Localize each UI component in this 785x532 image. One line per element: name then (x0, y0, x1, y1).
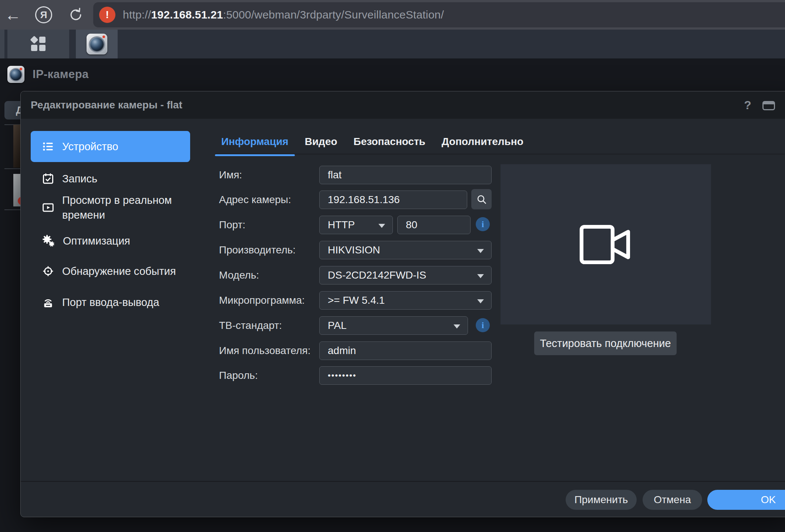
tv-standard-label: ТВ-стандарт: (219, 316, 282, 335)
ok-button[interactable]: OK (707, 490, 785, 510)
name-label: Имя: (219, 166, 242, 184)
camera-address-field[interactable] (319, 191, 467, 209)
tab-security[interactable]: Безопасность (347, 134, 432, 154)
page-header: IP-камера (7, 66, 88, 83)
security-warning-icon[interactable]: ! (99, 7, 115, 23)
port-field[interactable] (397, 216, 471, 234)
chevron-down-icon (378, 224, 385, 228)
address-label: Адрес камеры: (219, 191, 291, 209)
firmware-label: Микропрограмма: (219, 291, 305, 310)
firmware-select[interactable]: >= FW 5.4.1 (319, 291, 492, 310)
protocol-select[interactable]: HTTP (319, 216, 393, 234)
tab-video[interactable]: Видео (299, 134, 344, 154)
tv-standard-select[interactable]: PAL (319, 316, 468, 335)
dialog-header: Редактирование камеры - flat ? (21, 91, 785, 119)
dialog-title: Редактирование камеры - flat (31, 91, 182, 119)
dialog-body: Устройство Запись Просмотр в реальном вр… (21, 119, 785, 481)
sidebar-item-label: Порт ввода-вывода (62, 296, 159, 309)
search-button[interactable] (471, 189, 492, 209)
back-icon[interactable]: ← (3, 0, 23, 30)
apply-button[interactable]: Применить (566, 490, 637, 510)
port-label: Порт: (219, 216, 245, 234)
username-field[interactable] (319, 341, 492, 360)
dialog-main-pane: Информация Видео Безопасность Дополнител… (198, 119, 785, 481)
cancel-button[interactable]: Отмена (643, 490, 702, 510)
model-select[interactable]: DS-2CD2142FWD-IS (319, 266, 492, 284)
url-bar[interactable]: ! http://192.168.51.21:5000/webman/3rdpa… (93, 2, 785, 27)
model-label: Модель: (219, 266, 259, 284)
name-field[interactable] (319, 166, 492, 184)
username-label: Имя пользователя: (219, 341, 310, 360)
sidebar-item-live-view[interactable]: Просмотр в реальном времени (21, 193, 198, 222)
vendor-select[interactable]: HIKVISION (319, 241, 492, 259)
target-icon (42, 265, 54, 277)
taskbar-tab-partial[interactable] (0, 30, 4, 58)
search-icon (476, 193, 488, 205)
main-menu-icon (31, 37, 46, 51)
chevron-down-icon (477, 274, 484, 278)
protocol-value: HTTP (328, 219, 355, 230)
yandex-letter: Я (35, 6, 52, 23)
sidebar-item-io-port[interactable]: Порт ввода-вывода (21, 294, 198, 310)
sidebar-item-recording[interactable]: Запись (21, 171, 198, 187)
sidebar-item-label: Устройство (62, 141, 118, 153)
url-text: http://192.168.51.21:5000/webman/3rdpart… (123, 9, 444, 21)
edit-camera-dialog: Редактирование камеры - flat ? Устройств… (20, 91, 785, 517)
tv-standard-value: PAL (328, 320, 347, 331)
camera-app-icon (87, 34, 107, 54)
sidebar-item-label: Обнаружение события (62, 265, 176, 277)
sidebar-item-event-detection[interactable]: Обнаружение события (21, 263, 198, 279)
firmware-value: >= FW 5.4.1 (328, 294, 385, 306)
password-field[interactable] (319, 366, 492, 385)
camera-app-icon (7, 66, 24, 83)
live-view-icon (42, 201, 54, 214)
window-restore-icon[interactable] (762, 101, 775, 110)
vendor-value: HIKVISION (328, 244, 380, 256)
gears-icon (42, 234, 55, 248)
vendor-label: Производитель: (219, 241, 296, 259)
dialog-footer: Применить Отмена OK (21, 481, 785, 517)
sidebar-item-label: Просмотр в реальном времени (62, 193, 173, 222)
taskbar-tab-main-menu[interactable] (7, 30, 69, 58)
tab-advanced[interactable]: Дополнительно (435, 134, 530, 154)
model-value: DS-2CD2142FWD-IS (328, 269, 426, 281)
chevron-down-icon (454, 324, 460, 329)
camera-preview-panel (501, 164, 711, 324)
chevron-down-icon (477, 249, 484, 253)
tab-information[interactable]: Информация (215, 134, 295, 154)
list-icon (42, 140, 54, 153)
browser-toolbar: ← Я ! http://192.168.51.21:5000/webman/3… (0, 0, 785, 30)
sidebar-item-label: Запись (62, 173, 97, 185)
sidebar-item-label: Оптимизация (63, 235, 130, 247)
refresh-icon[interactable] (67, 0, 85, 30)
info-icon[interactable]: i (476, 318, 490, 332)
test-connection-button[interactable]: Тестировать подключение (534, 331, 677, 355)
video-camera-icon (578, 221, 634, 268)
chevron-down-icon (477, 299, 484, 303)
info-icon[interactable]: i (476, 217, 490, 231)
sidebar-item-optimization[interactable]: Оптимизация (21, 233, 198, 249)
page-title: IP-камера (33, 68, 88, 81)
dialog-sidebar: Устройство Запись Просмотр в реальном вр… (21, 119, 198, 481)
url-scheme: http:// (123, 9, 151, 21)
taskbar-tab-ip-camera[interactable] (76, 30, 118, 58)
io-port-icon (42, 296, 54, 309)
tab-bar: Информация Видео Безопасность Дополнител… (215, 134, 785, 155)
password-label: Пароль: (219, 366, 258, 385)
yandex-browser-icon[interactable]: Я (34, 0, 53, 30)
url-path: :5000/webman/3rdparty/SurveillanceStatio… (223, 9, 444, 21)
app-taskbar (0, 30, 785, 58)
help-icon[interactable]: ? (737, 91, 759, 119)
sidebar-item-device[interactable]: Устройство (31, 131, 190, 162)
url-host: 192.168.51.21 (151, 9, 223, 21)
calendar-check-icon (42, 172, 54, 185)
